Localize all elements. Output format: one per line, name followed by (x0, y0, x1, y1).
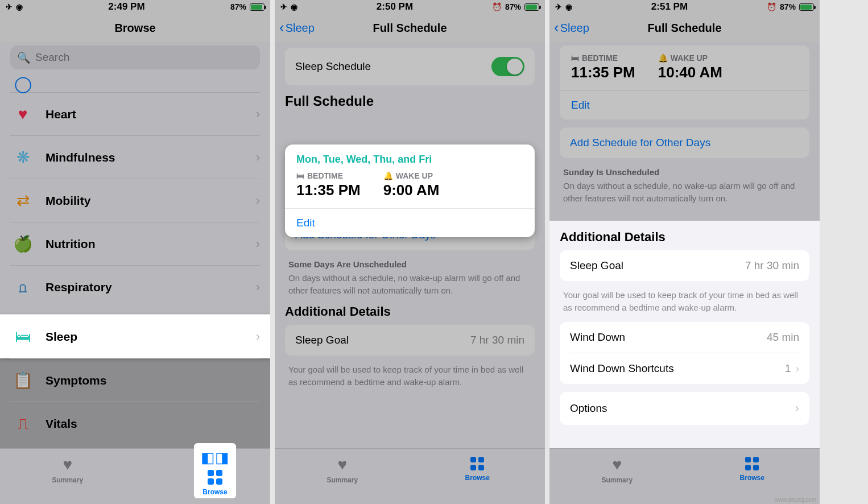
options-label: Options (570, 402, 607, 415)
wakeup-label: WAKE UP (396, 171, 433, 180)
symptoms-icon: 📋 (10, 371, 35, 390)
wd-shortcuts-label: Wind Down Shortcuts (570, 362, 674, 375)
page-title: Full Schedule (647, 22, 721, 35)
svg-rect-4 (470, 457, 476, 462)
tab-label: Browse (465, 474, 490, 482)
list-item-sleep[interactable]: 🛏 Sleep › (0, 314, 270, 358)
wifi-icon: ◉ (16, 2, 23, 11)
back-label: Sleep (286, 22, 315, 35)
chevron-right-icon: › (256, 150, 260, 165)
chevron-left-icon: ‹ (279, 20, 284, 35)
row-label: Symptoms (46, 374, 256, 387)
section-full-schedule: Full Schedule (285, 93, 535, 109)
sleep-goal-card[interactable]: Sleep Goal7 hr 30 min (560, 250, 809, 281)
alarm-icon: ⏰ (767, 2, 776, 11)
tab-summary[interactable]: ♥Summary (317, 456, 368, 484)
sleep-goal-card[interactable]: Sleep Goal7 hr 30 min (285, 325, 535, 356)
svg-rect-9 (753, 457, 759, 462)
search-input[interactable]: 🔍 Search (10, 46, 260, 69)
battery-percent: 87% (505, 2, 521, 11)
back-button[interactable]: ‹Sleep (279, 21, 315, 35)
bedtime-value: 11:35 PM (571, 64, 635, 81)
chevron-right-icon: › (256, 416, 260, 431)
wakeup-value: 9:00 AM (383, 181, 440, 199)
edit-button[interactable]: Edit (285, 208, 535, 237)
clock: 2:49 PM (108, 1, 144, 13)
list-item[interactable]: 🍏 Nutrition › (10, 222, 260, 265)
goal-note: Your goal will be used to keep track of … (563, 289, 806, 314)
list-item[interactable]: ⩍ Respiratory › (10, 265, 260, 308)
add-schedule-card[interactable]: Add Schedule for Other Days (560, 127, 809, 158)
battery-percent: 87% (230, 2, 246, 11)
watermark: www.deuaq.com (775, 497, 816, 503)
page-title: Full Schedule (373, 22, 447, 35)
bedtime-value: 11:35 PM (296, 181, 361, 199)
section-additional-details: Additional Details (285, 304, 535, 319)
schedule-card[interactable]: 🛏BEDTIME 11:35 PM 🔔WAKE UP 10:40 AM Edit (560, 46, 809, 119)
section-additional-details: Additional Details (560, 230, 809, 245)
options-card[interactable]: Options› (560, 392, 809, 425)
wakeup-label: WAKE UP (671, 53, 708, 63)
sleep-goal-value: 7 hr 30 min (745, 259, 799, 272)
tab-browse[interactable]: Browse (726, 456, 778, 482)
unscheduled-note: Some Days Are Unscheduled On days withou… (288, 258, 531, 296)
chevron-left-icon: ‹ (554, 20, 559, 35)
svg-rect-8 (745, 457, 751, 462)
tab-label: Browse (740, 474, 764, 482)
edit-button[interactable]: Edit (560, 90, 809, 119)
clock: 2:51 PM (651, 1, 688, 13)
alarm-icon: ⏰ (492, 2, 502, 11)
search-placeholder: Search (35, 51, 69, 64)
wifi-icon: ◉ (565, 2, 572, 11)
chevron-right-icon: › (256, 373, 260, 388)
tab-bar: ♥Summary Browse (549, 448, 820, 504)
sleep-schedule-switch[interactable] (491, 57, 524, 76)
svg-rect-6 (470, 465, 476, 470)
status-bar: ✈◉ 2:49 PM 87% (0, 0, 270, 14)
wind-down-shortcuts-row[interactable]: Wind Down Shortcuts1› (560, 353, 809, 384)
sleep-goal-label: Sleep Goal (570, 259, 623, 272)
back-button[interactable]: ‹Sleep (554, 21, 589, 35)
wind-down-row[interactable]: Wind Down45 min (560, 322, 809, 353)
tab-browse[interactable]: Browse (452, 456, 503, 482)
tab-summary[interactable]: ♥Summary (592, 456, 643, 484)
row-label: Mindfulness (46, 151, 256, 164)
wakeup-value: 10:40 AM (658, 64, 722, 81)
chevron-right-icon: › (256, 193, 260, 208)
tab-label: Summary (52, 476, 83, 484)
search-icon: 🔍 (17, 51, 31, 64)
grid-icon (744, 456, 760, 472)
list-item[interactable]: ⎍ Vitals › (10, 402, 260, 445)
back-label: Sleep (560, 22, 589, 35)
respiratory-icon: ⩍ (10, 278, 35, 296)
row-label: Nutrition (46, 237, 256, 251)
heart-tab-icon: ♥ (63, 456, 72, 474)
row-label: Mobility (46, 194, 256, 208)
airplane-icon: ✈ (555, 2, 562, 11)
schedule-card[interactable]: Mon, Tue, Wed, Thu, and Fri 🛏BEDTIME 11:… (285, 144, 535, 237)
wind-down-card: Wind Down45 min Wind Down Shortcuts1› (560, 322, 809, 384)
bed-icon: 🛏 (296, 171, 304, 180)
bed-icon: 🛏 (571, 53, 579, 63)
add-schedule-link[interactable]: Add Schedule for Other Days (570, 137, 710, 149)
nav-header: ‹Sleep Full Schedule (275, 14, 545, 42)
list-item[interactable]: ❋ Mindfulness › (10, 135, 260, 179)
schedule-days: Mon, Tue, Wed, Thu, and Fri (285, 144, 535, 170)
wd-shortcuts-value: 1 (785, 362, 791, 375)
row-label: Sleep (46, 330, 256, 344)
clock: 2:50 PM (377, 1, 413, 13)
hearing-icon: ◯ (10, 75, 35, 93)
list-item[interactable]: ⇄ Mobility › (10, 179, 260, 222)
heart-tab-icon: ♥ (612, 456, 622, 474)
tab-browse[interactable]: ◧◨ Browse (194, 443, 236, 498)
battery-percent: 87% (780, 2, 796, 11)
list-item[interactable]: 📋 Symptoms › (10, 358, 260, 402)
tab-summary[interactable]: ♥ Summary (42, 456, 93, 484)
wifi-icon: ◉ (291, 2, 297, 11)
wind-down-value: 45 min (767, 331, 799, 344)
airplane-icon: ✈ (6, 2, 13, 11)
tab-label: Summary (326, 476, 358, 484)
list-item[interactable]: ♥ Heart › (10, 92, 260, 135)
svg-rect-2 (208, 478, 214, 485)
vitals-icon: ⎍ (10, 415, 35, 433)
